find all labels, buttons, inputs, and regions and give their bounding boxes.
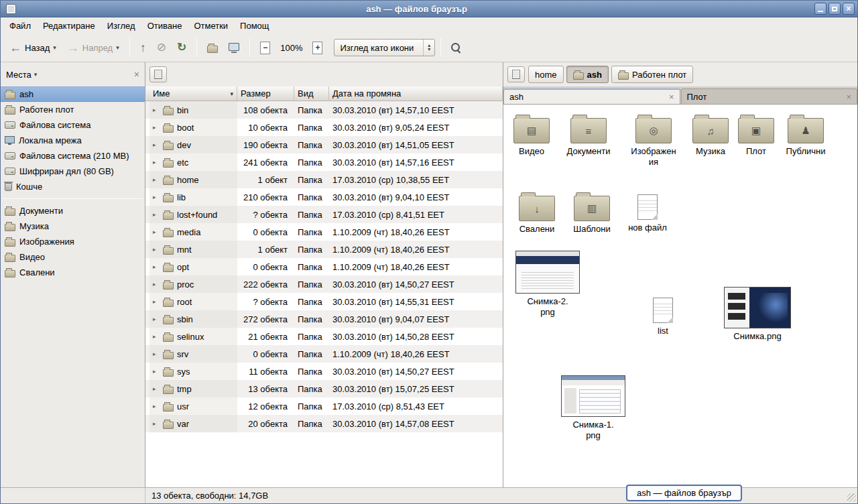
menu-item[interactable]: Файл: [3, 19, 37, 33]
expander-icon[interactable]: ▸: [153, 229, 160, 235]
sidebar-item[interactable]: Изображения: [1, 234, 145, 249]
table-row[interactable]: ▸ var 20 обекта Папка 30.03.2010 (вт) 14…: [145, 415, 503, 432]
column-header-type[interactable]: Вид: [294, 86, 329, 101]
table-row[interactable]: ▸ root ? обекта Папка 30.03.2010 (вт) 14…: [145, 293, 503, 310]
table-row[interactable]: ▸ tmp 13 обекта Папка 30.03.2010 (вт) 15…: [145, 380, 503, 397]
expander-icon[interactable]: ▸: [153, 368, 160, 375]
column-header-name[interactable]: Име ▾: [149, 86, 237, 101]
forward-button[interactable]: → Напред ▾: [62, 39, 124, 56]
sidebar-item[interactable]: Локална мрежа: [1, 133, 145, 148]
expander-icon[interactable]: ▸: [153, 333, 160, 340]
table-row[interactable]: ▸ home 1 обект Папка 17.03.2010 (ср) 10,…: [145, 171, 503, 188]
menu-item[interactable]: Отметки: [188, 19, 234, 33]
expander-icon[interactable]: ▸: [153, 351, 160, 357]
zoom-in-button[interactable]: +: [308, 38, 327, 58]
places-caret-icon[interactable]: ▾: [34, 71, 38, 78]
table-row[interactable]: ▸ lib 210 обекта Папка 30.03.2010 (вт) 9…: [145, 188, 503, 206]
taskbar-window-item[interactable]: ash — файлов браузър: [626, 485, 742, 501]
expander-icon[interactable]: ▸: [153, 159, 160, 166]
table-row[interactable]: ▸ mnt 1 обект Папка 1.10.2009 (чт) 18,40…: [145, 241, 503, 258]
icon-view-item[interactable]: Снимка.png: [721, 287, 794, 342]
search-button[interactable]: [446, 40, 466, 56]
up-button[interactable]: ↑: [135, 39, 151, 56]
menu-item[interactable]: Помощ: [234, 19, 275, 33]
table-row[interactable]: ▸ dev 190 обекта Папка 30.03.2010 (вт) 1…: [145, 136, 503, 153]
home-button[interactable]: [202, 40, 223, 56]
icon-view-item[interactable]: list: [637, 295, 688, 336]
reload-button[interactable]: ↻: [172, 39, 191, 56]
sidebar-item[interactable]: ash: [1, 86, 145, 102]
table-row[interactable]: ▸ selinux 21 обекта Папка 30.03.2010 (вт…: [145, 328, 503, 345]
icon-view-item[interactable]: ▣ Плот: [730, 113, 782, 157]
places-title[interactable]: Места: [6, 70, 32, 80]
sidebar-item[interactable]: Файлова система (210 MB): [1, 148, 145, 164]
table-row[interactable]: ▸ opt 0 обекта Папка 1.10.2009 (чт) 18,4…: [145, 258, 503, 275]
path-button[interactable]: ash: [566, 66, 609, 83]
expander-icon[interactable]: ▸: [153, 176, 160, 183]
expander-icon[interactable]: ▸: [153, 211, 160, 218]
sidebar-item[interactable]: Работен плот: [1, 102, 145, 117]
expander-icon[interactable]: ▸: [153, 194, 160, 200]
icon-view-item[interactable]: Снимка-2. png: [513, 251, 583, 317]
expander-icon[interactable]: ▸: [153, 316, 160, 322]
icon-view-item[interactable]: ◎ Изображен ия: [623, 113, 684, 167]
table-row[interactable]: ▸ srv 0 обекта Папка 1.10.2009 (чт) 18,4…: [145, 345, 503, 363]
expander-icon[interactable]: ▸: [153, 403, 160, 410]
expander-icon[interactable]: ▸: [153, 281, 160, 288]
icon-view-item[interactable]: ♫ Музика: [684, 113, 737, 157]
column-header-size[interactable]: Размер: [237, 86, 294, 101]
tab-close-icon[interactable]: ×: [846, 92, 851, 102]
icon-view-item[interactable]: ≡ Документи: [560, 113, 617, 157]
table-row[interactable]: ▸ boot 10 обекта Папка 30.03.2010 (вт) 9…: [145, 119, 503, 136]
table-row[interactable]: ▸ proc 222 обекта Папка 30.03.2010 (вт) …: [145, 275, 503, 293]
expander-icon[interactable]: ▸: [153, 107, 160, 113]
location-toggle-button[interactable]: [507, 66, 525, 82]
sidebar-item[interactable]: Файлова система: [1, 117, 145, 133]
sidebar-item[interactable]: Документи: [1, 203, 145, 218]
table-row[interactable]: ▸ etc 241 обекта Папка 30.03.2010 (вт) 1…: [145, 153, 503, 171]
expander-icon[interactable]: ▸: [153, 385, 160, 392]
expander-icon[interactable]: ▸: [153, 246, 160, 253]
expander-icon[interactable]: ▸: [153, 263, 160, 270]
icon-view[interactable]: ▤ Видео ≡ Документи: [503, 105, 857, 487]
back-button[interactable]: ← Назад ▾: [5, 39, 61, 56]
close-button[interactable]: ×: [843, 3, 855, 15]
sidebar-item[interactable]: Видео: [1, 249, 145, 265]
table-row[interactable]: ▸ lost+found ? обекта Папка 17.03.2010 (…: [145, 206, 503, 223]
path-button[interactable]: Работен плот: [611, 66, 693, 83]
minimize-button[interactable]: [814, 3, 826, 15]
menu-item[interactable]: Отиване: [141, 19, 188, 33]
tab[interactable]: ash ×: [503, 88, 680, 104]
table-row[interactable]: ▸ usr 12 обекта Папка 17.03.2010 (ср) 8,…: [145, 397, 503, 415]
tab-close-icon[interactable]: ×: [669, 92, 674, 102]
table-row[interactable]: ▸ sys 11 обекта Папка 30.03.2010 (вт) 14…: [145, 363, 503, 380]
expander-icon[interactable]: ▸: [153, 420, 160, 427]
back-history-caret-icon[interactable]: ▾: [53, 44, 56, 51]
icon-view-item[interactable]: ▥ Шаблони: [564, 190, 620, 235]
icon-view-item[interactable]: ▤ Видео: [505, 113, 558, 157]
expander-icon[interactable]: ▸: [153, 124, 160, 131]
menu-item[interactable]: Изглед: [101, 19, 141, 33]
location-toggle-button[interactable]: [149, 66, 167, 82]
expander-icon[interactable]: ▸: [153, 298, 160, 305]
column-header-date[interactable]: Дата на промяна: [329, 86, 503, 101]
maximize-button[interactable]: [829, 3, 841, 15]
titlebar[interactable]: ash — файлов браузър ×: [1, 1, 857, 17]
menu-item[interactable]: Редактиране: [37, 19, 101, 33]
table-row[interactable]: ▸ sbin 272 обекта Папка 30.03.2010 (вт) …: [145, 310, 503, 328]
table-row[interactable]: ▸ bin 108 обекта Папка 30.03.2010 (вт) 1…: [145, 101, 503, 119]
table-row[interactable]: ▸ media 0 обекта Папка 1.10.2009 (чт) 18…: [145, 223, 503, 241]
stop-button[interactable]: ⊘: [152, 39, 171, 56]
view-mode-select[interactable]: Изглед като икони ▴▾: [334, 39, 435, 56]
sidebar-item[interactable]: Свалени: [1, 265, 145, 280]
sidebar-item[interactable]: Кошче: [1, 179, 145, 194]
places-close-icon[interactable]: ×: [134, 69, 139, 80]
sidebar-item[interactable]: Музика: [1, 218, 145, 234]
icon-view-item[interactable]: ↓ Свалени: [509, 190, 565, 235]
tab[interactable]: Плот ×: [681, 88, 858, 104]
computer-button[interactable]: [224, 40, 244, 56]
icon-view-item[interactable]: Снимка-1. png: [558, 375, 628, 440]
sidebar-item[interactable]: Шифриран дял (80 GB): [1, 164, 145, 179]
icon-view-item[interactable]: нов файл: [620, 192, 675, 233]
path-button[interactable]: home: [528, 66, 564, 83]
